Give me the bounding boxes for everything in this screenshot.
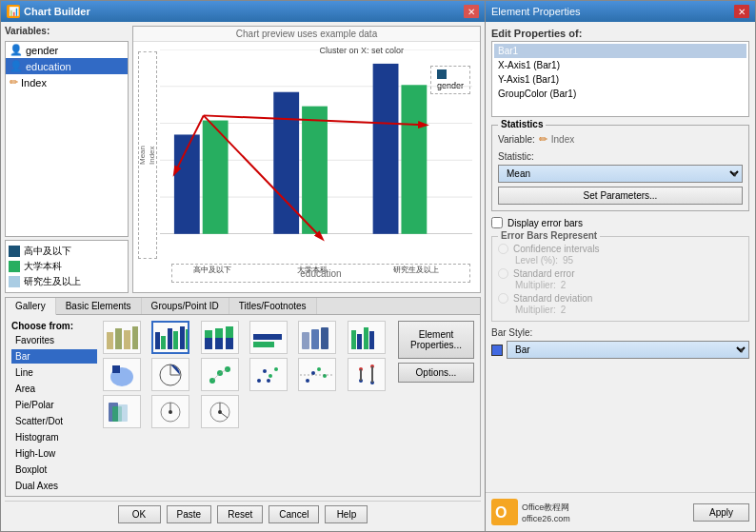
tab-groups-point-id[interactable]: Groups/Point ID	[142, 298, 229, 314]
statistics-group-box: Statistics Variable: ✏ Index Statistic: …	[491, 125, 749, 211]
svg-rect-26	[173, 331, 178, 349]
svg-point-58	[267, 379, 270, 383]
chart-type-histogram[interactable]: Histogram	[11, 430, 97, 444]
chart-builder-title-bar: 📊 Chart Builder ✕	[1, 1, 485, 22]
var-icon-index: ✏	[10, 76, 18, 89]
variables-list[interactable]: 👤 gender 👤 education ✏ Index	[5, 41, 129, 237]
chart-builder-window: 📊 Chart Builder ✕ Variables: 👤 gender 👤 …	[0, 0, 486, 532]
tab-titles-footnotes[interactable]: Titles/Footnotes	[229, 298, 317, 314]
variables-label: Variables:	[5, 26, 129, 36]
svg-rect-72	[118, 404, 128, 422]
bar-style-select[interactable]: Bar 3D Bar Cylinder	[507, 341, 749, 359]
bar-style-label: Bar Style:	[491, 327, 749, 338]
chart-type-area[interactable]: Area	[11, 382, 97, 396]
std-dev-multiplier-label: Multiplier:	[515, 305, 556, 315]
preview-label: Chart preview uses example data	[133, 27, 480, 42]
tab-gallery[interactable]: Gallery	[6, 298, 56, 315]
gallery-item-2[interactable]	[151, 321, 189, 354]
legend-color-2	[9, 261, 20, 272]
std-error-multiplier-value: 2	[561, 280, 567, 290]
paste-button[interactable]: Paste	[167, 505, 212, 523]
ep-list-yaxis1[interactable]: Y-Axis1 (Bar1)	[494, 72, 746, 87]
gallery-item-9[interactable]	[201, 358, 239, 391]
statistic-select[interactable]: Mean Median Mode	[498, 165, 743, 183]
gallery-item-15[interactable]	[201, 395, 239, 428]
gallery-item-8[interactable]	[151, 358, 189, 391]
svg-rect-42	[364, 327, 368, 349]
gallery-item-10[interactable]	[249, 358, 288, 391]
std-error-multiplier-label: Multiplier:	[515, 280, 556, 290]
svg-rect-39	[321, 327, 328, 349]
ok-button[interactable]: OK	[118, 505, 161, 523]
svg-rect-6	[174, 134, 200, 233]
gallery-item-12[interactable]	[348, 358, 386, 391]
cancel-button[interactable]: Cancel	[269, 505, 319, 523]
confidence-level-value: 95	[563, 255, 573, 266]
variable-label: Variable:	[498, 134, 535, 145]
chart-type-high-low[interactable]: High-Low	[11, 446, 97, 461]
choose-from-label: Choose from:	[11, 321, 97, 331]
variable-item-education[interactable]: 👤 education	[6, 58, 128, 74]
legend-label-2: 大学本科	[24, 260, 62, 273]
gallery-item-13[interactable]	[103, 395, 141, 428]
ep-list-groupcolor[interactable]: GroupColor (Bar1)	[494, 87, 746, 101]
svg-rect-27	[180, 326, 185, 349]
tab-basic-elements[interactable]: Basic Elements	[56, 298, 142, 314]
chart-type-dual-axes[interactable]: Dual Axes	[11, 479, 97, 493]
element-properties-close-button[interactable]: ✕	[734, 5, 749, 18]
edit-props-list[interactable]: Bar1 X-Axis1 (Bar1) Y-Axis1 (Bar1) Group…	[491, 41, 749, 117]
chart-type-boxplot[interactable]: Boxplot	[11, 463, 97, 477]
confidence-level-row: Level (%): 95	[498, 255, 743, 266]
chart-builder-icon: 📊	[7, 5, 20, 18]
gallery-item-14[interactable]	[151, 395, 189, 428]
ep-list-bar1[interactable]: Bar1	[494, 44, 746, 58]
chart-type-bar[interactable]: Bar	[11, 349, 97, 364]
set-parameters-button[interactable]: Set Parameters...	[498, 187, 743, 205]
gallery-item-4[interactable]	[249, 321, 288, 354]
standard-deviation-label: Standard deviation	[513, 293, 592, 304]
statistics-label: Statistics	[498, 119, 546, 129]
element-properties-button[interactable]: Element Properties...	[398, 321, 474, 359]
variable-item-gender[interactable]: 👤 gender	[6, 42, 128, 58]
chart-type-favorites[interactable]: Favorites	[11, 333, 97, 347]
error-bars-checkbox[interactable]	[491, 217, 503, 228]
standard-error-radio[interactable]	[498, 268, 508, 279]
x-axis-dropzone[interactable]: education	[171, 264, 470, 283]
svg-rect-7	[203, 121, 229, 234]
error-bars-label: Display error bars	[507, 218, 583, 228]
y-axis-dropzone[interactable]: Mean Index	[138, 51, 157, 259]
standard-deviation-row: Standard deviation	[498, 293, 743, 304]
gallery-item-11[interactable]	[298, 358, 336, 391]
chart-builder-close-button[interactable]: ✕	[464, 5, 479, 18]
standard-deviation-radio[interactable]	[498, 293, 508, 304]
bar-style-row: Bar 3D Bar Cylinder	[491, 341, 749, 359]
chart-type-pie-polar[interactable]: Pie/Polar	[11, 398, 97, 412]
ep-bottom-bar: O Office教程网 office26.com Apply	[486, 492, 755, 531]
svg-point-55	[263, 369, 267, 373]
bottom-buttons: OK Paste Reset Cancel Help	[5, 501, 481, 527]
svg-rect-38	[311, 329, 319, 349]
gallery-item-5[interactable]	[298, 321, 336, 354]
gallery-item-6[interactable]	[348, 321, 386, 354]
gallery-item-1[interactable]	[103, 321, 141, 354]
gallery-item-3[interactable]	[201, 321, 239, 354]
reset-button[interactable]: Reset	[217, 505, 263, 523]
apply-button[interactable]: Apply	[693, 503, 749, 522]
variable-item-index[interactable]: ✏ Index	[6, 74, 128, 90]
chart-type-line[interactable]: Line	[11, 365, 97, 380]
error-bars-group-box: Error Bars Represent Confidence interval…	[491, 236, 749, 322]
svg-rect-22	[132, 326, 138, 349]
variable-row: Variable: ✏ Index	[498, 133, 743, 146]
confidence-intervals-radio[interactable]	[498, 244, 508, 254]
edit-props-label: Edit Properties of:	[491, 28, 749, 39]
gallery-item-7[interactable]	[103, 358, 141, 391]
help-button[interactable]: Help	[325, 505, 368, 523]
statistic-row: Statistic: Mean Median Mode	[498, 151, 743, 183]
chart-type-list: Choose from: Favorites Bar Line Area Pie…	[11, 321, 97, 490]
options-button[interactable]: Options...	[398, 363, 474, 383]
svg-rect-35	[253, 334, 282, 340]
var-label-index: Index	[21, 77, 47, 89]
std-dev-multiplier-row: Multiplier: 2	[498, 305, 743, 315]
ep-list-xaxis1[interactable]: X-Axis1 (Bar1)	[494, 58, 746, 72]
chart-type-scatter-dot[interactable]: Scatter/Dot	[11, 414, 97, 428]
